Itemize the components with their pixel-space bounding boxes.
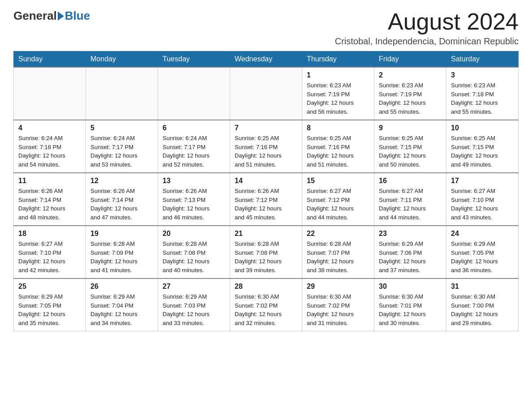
calendar-day-cell: 31Sunrise: 6:30 AM Sunset: 7:00 PM Dayli…: [446, 278, 519, 331]
calendar-day-cell: [86, 67, 158, 120]
calendar-day-cell: 21Sunrise: 6:28 AM Sunset: 7:08 PM Dayli…: [230, 226, 302, 278]
day-number: 9: [379, 124, 442, 132]
calendar-day-cell: 22Sunrise: 6:28 AM Sunset: 7:07 PM Dayli…: [302, 226, 374, 278]
calendar-day-cell: 30Sunrise: 6:30 AM Sunset: 7:01 PM Dayli…: [374, 278, 446, 331]
day-number: 20: [163, 230, 225, 238]
calendar-day-header: Wednesday: [230, 51, 302, 68]
calendar-week-row: 4Sunrise: 6:24 AM Sunset: 7:18 PM Daylig…: [14, 120, 519, 173]
day-info: Sunrise: 6:25 AM Sunset: 7:15 PM Dayligh…: [451, 134, 514, 169]
day-number: 18: [18, 230, 81, 238]
day-number: 28: [235, 283, 297, 291]
day-number: 16: [379, 177, 442, 185]
day-number: 30: [379, 283, 442, 291]
day-info: Sunrise: 6:29 AM Sunset: 7:04 PM Dayligh…: [90, 292, 153, 327]
calendar-day-cell: 25Sunrise: 6:29 AM Sunset: 7:05 PM Dayli…: [14, 278, 86, 331]
day-number: 10: [451, 124, 514, 132]
calendar-day-cell: 11Sunrise: 6:26 AM Sunset: 7:14 PM Dayli…: [14, 173, 86, 226]
day-info: Sunrise: 6:23 AM Sunset: 7:19 PM Dayligh…: [307, 81, 369, 116]
day-info: Sunrise: 6:24 AM Sunset: 7:17 PM Dayligh…: [90, 134, 153, 169]
day-info: Sunrise: 6:25 AM Sunset: 7:15 PM Dayligh…: [379, 134, 442, 169]
day-info: Sunrise: 6:30 AM Sunset: 7:00 PM Dayligh…: [451, 292, 514, 327]
calendar-day-cell: 2Sunrise: 6:23 AM Sunset: 7:19 PM Daylig…: [374, 67, 446, 120]
day-number: 17: [451, 177, 514, 185]
day-info: Sunrise: 6:27 AM Sunset: 7:12 PM Dayligh…: [307, 187, 369, 222]
day-number: 11: [18, 177, 81, 185]
day-number: 7: [235, 124, 297, 132]
day-info: Sunrise: 6:30 AM Sunset: 7:02 PM Dayligh…: [307, 292, 369, 327]
day-info: Sunrise: 6:25 AM Sunset: 7:16 PM Dayligh…: [235, 134, 297, 169]
day-number: 27: [163, 283, 225, 291]
calendar-day-cell: 23Sunrise: 6:29 AM Sunset: 7:06 PM Dayli…: [374, 226, 446, 278]
calendar-day-cell: 1Sunrise: 6:23 AM Sunset: 7:19 PM Daylig…: [302, 67, 374, 120]
logo: General Blue: [13, 9, 90, 23]
day-info: Sunrise: 6:26 AM Sunset: 7:13 PM Dayligh…: [163, 187, 225, 222]
day-info: Sunrise: 6:29 AM Sunset: 7:03 PM Dayligh…: [163, 292, 225, 327]
day-number: 14: [235, 177, 297, 185]
page-header: General Blue August 2024 Cristobal, Inde…: [13, 9, 519, 47]
day-number: 26: [90, 283, 153, 291]
calendar-day-cell: 8Sunrise: 6:25 AM Sunset: 7:16 PM Daylig…: [302, 120, 374, 173]
day-number: 25: [18, 283, 81, 291]
day-number: 29: [307, 283, 369, 291]
day-number: 22: [307, 230, 369, 238]
day-number: 1: [307, 71, 369, 79]
calendar-day-cell: 16Sunrise: 6:27 AM Sunset: 7:11 PM Dayli…: [374, 173, 446, 226]
calendar-day-cell: 7Sunrise: 6:25 AM Sunset: 7:16 PM Daylig…: [230, 120, 302, 173]
day-info: Sunrise: 6:23 AM Sunset: 7:18 PM Dayligh…: [451, 81, 514, 116]
day-info: Sunrise: 6:30 AM Sunset: 7:01 PM Dayligh…: [379, 292, 442, 327]
logo-blue-text: Blue: [65, 9, 90, 23]
day-info: Sunrise: 6:28 AM Sunset: 7:09 PM Dayligh…: [90, 240, 153, 274]
day-number: 2: [379, 71, 442, 79]
day-info: Sunrise: 6:26 AM Sunset: 7:12 PM Dayligh…: [235, 187, 297, 222]
day-info: Sunrise: 6:29 AM Sunset: 7:05 PM Dayligh…: [451, 240, 514, 274]
calendar-day-header: Thursday: [302, 51, 374, 68]
calendar-day-cell: 4Sunrise: 6:24 AM Sunset: 7:18 PM Daylig…: [14, 120, 86, 173]
day-info: Sunrise: 6:25 AM Sunset: 7:16 PM Dayligh…: [307, 134, 369, 169]
calendar-day-header: Sunday: [14, 51, 86, 68]
calendar-day-header: Tuesday: [158, 51, 230, 68]
day-info: Sunrise: 6:29 AM Sunset: 7:05 PM Dayligh…: [18, 292, 81, 327]
day-info: Sunrise: 6:28 AM Sunset: 7:08 PM Dayligh…: [163, 240, 225, 274]
day-number: 4: [18, 124, 81, 132]
calendar-day-header: Saturday: [446, 51, 519, 68]
calendar-day-cell: 12Sunrise: 6:26 AM Sunset: 7:14 PM Dayli…: [86, 173, 158, 226]
calendar-day-cell: [230, 67, 302, 120]
calendar-day-cell: 9Sunrise: 6:25 AM Sunset: 7:15 PM Daylig…: [374, 120, 446, 173]
month-title: August 2024: [335, 9, 519, 34]
day-number: 15: [307, 177, 369, 185]
day-info: Sunrise: 6:27 AM Sunset: 7:11 PM Dayligh…: [379, 187, 442, 222]
calendar-day-cell: [158, 67, 230, 120]
day-info: Sunrise: 6:27 AM Sunset: 7:10 PM Dayligh…: [18, 240, 81, 274]
calendar-day-cell: 14Sunrise: 6:26 AM Sunset: 7:12 PM Dayli…: [230, 173, 302, 226]
calendar-day-cell: 18Sunrise: 6:27 AM Sunset: 7:10 PM Dayli…: [14, 226, 86, 278]
calendar-week-row: 25Sunrise: 6:29 AM Sunset: 7:05 PM Dayli…: [14, 278, 519, 331]
calendar-day-cell: 26Sunrise: 6:29 AM Sunset: 7:04 PM Dayli…: [86, 278, 158, 331]
day-number: 31: [451, 283, 514, 291]
calendar-day-cell: 19Sunrise: 6:28 AM Sunset: 7:09 PM Dayli…: [86, 226, 158, 278]
calendar-day-cell: 27Sunrise: 6:29 AM Sunset: 7:03 PM Dayli…: [158, 278, 230, 331]
calendar-day-cell: 28Sunrise: 6:30 AM Sunset: 7:02 PM Dayli…: [230, 278, 302, 331]
calendar-week-row: 1Sunrise: 6:23 AM Sunset: 7:19 PM Daylig…: [14, 67, 519, 120]
calendar-day-cell: 6Sunrise: 6:24 AM Sunset: 7:17 PM Daylig…: [158, 120, 230, 173]
day-info: Sunrise: 6:24 AM Sunset: 7:17 PM Dayligh…: [163, 134, 225, 169]
title-area: August 2024 Cristobal, Independencia, Do…: [335, 9, 519, 47]
day-info: Sunrise: 6:24 AM Sunset: 7:18 PM Dayligh…: [18, 134, 81, 169]
calendar-day-header: Monday: [86, 51, 158, 68]
calendar-week-row: 11Sunrise: 6:26 AM Sunset: 7:14 PM Dayli…: [14, 173, 519, 226]
day-number: 23: [379, 230, 442, 238]
day-number: 6: [163, 124, 225, 132]
calendar-week-row: 18Sunrise: 6:27 AM Sunset: 7:10 PM Dayli…: [14, 226, 519, 278]
calendar-day-cell: 29Sunrise: 6:30 AM Sunset: 7:02 PM Dayli…: [302, 278, 374, 331]
day-info: Sunrise: 6:28 AM Sunset: 7:08 PM Dayligh…: [235, 240, 297, 274]
calendar-table: SundayMondayTuesdayWednesdayThursdayFrid…: [13, 51, 519, 331]
day-number: 8: [307, 124, 369, 132]
day-info: Sunrise: 6:28 AM Sunset: 7:07 PM Dayligh…: [307, 240, 369, 274]
calendar-day-cell: 24Sunrise: 6:29 AM Sunset: 7:05 PM Dayli…: [446, 226, 519, 278]
day-number: 21: [235, 230, 297, 238]
day-info: Sunrise: 6:29 AM Sunset: 7:06 PM Dayligh…: [379, 240, 442, 274]
day-info: Sunrise: 6:26 AM Sunset: 7:14 PM Dayligh…: [90, 187, 153, 222]
location-subtitle: Cristobal, Independencia, Dominican Repu…: [335, 36, 519, 47]
calendar-day-cell: 17Sunrise: 6:27 AM Sunset: 7:10 PM Dayli…: [446, 173, 519, 226]
day-number: 3: [451, 71, 514, 79]
day-number: 19: [90, 230, 153, 238]
